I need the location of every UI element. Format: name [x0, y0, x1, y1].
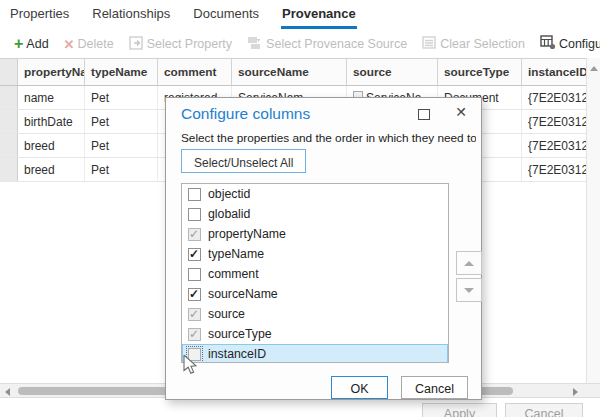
- add-button[interactable]: + Add: [14, 37, 49, 51]
- checkbox-icon[interactable]: [188, 188, 201, 201]
- cell-propertyName[interactable]: breed: [18, 134, 85, 157]
- cancel-button[interactable]: Cancel: [505, 403, 583, 417]
- list-item-objectid[interactable]: objectid: [182, 184, 448, 204]
- tab-relationships[interactable]: Relationships: [91, 0, 171, 29]
- column-header-propertyName[interactable]: propertyName: [18, 59, 85, 85]
- dialog-subtitle: Select the properties and the order in w…: [181, 131, 476, 145]
- checkbox-icon: [188, 328, 201, 341]
- select-provenance-source-button-label: Select Provenace Source: [266, 37, 407, 51]
- list-item-sourceType[interactable]: sourceType: [182, 324, 448, 344]
- vertical-scrollbar[interactable]: [586, 58, 600, 383]
- x-icon: ✕: [64, 37, 75, 52]
- row-selector-header: [0, 59, 18, 85]
- list-item-label: globalid: [208, 207, 250, 221]
- configure-button-label: Configure: [559, 37, 600, 51]
- mouse-cursor: [183, 355, 198, 379]
- row-selector-cell[interactable]: [0, 158, 18, 181]
- column-header-instanceID[interactable]: instanceID: [522, 59, 586, 85]
- plus-icon: +: [14, 38, 23, 50]
- checkbox-icon: [188, 308, 201, 321]
- row-selector-cell[interactable]: [0, 86, 18, 109]
- column-header-source[interactable]: source: [347, 59, 438, 85]
- row-selector-cell[interactable]: [0, 110, 18, 133]
- cell-propertyName[interactable]: breed: [18, 158, 85, 181]
- arrow-up-icon: [464, 261, 474, 266]
- tab-properties[interactable]: Properties: [9, 0, 70, 29]
- arrow-down-icon: [464, 288, 474, 293]
- apply-button[interactable]: Apply: [422, 403, 497, 417]
- cell-typeName[interactable]: Pet: [85, 86, 158, 109]
- tab-documents[interactable]: Documents: [192, 0, 260, 29]
- close-icon[interactable]: ✕: [455, 104, 467, 120]
- list-item-instanceID[interactable]: instanceID: [182, 344, 448, 363]
- cell-propertyName[interactable]: birthDate: [18, 110, 85, 133]
- bottom-button-bar: Apply Cancel: [0, 398, 600, 417]
- scroll-left-icon[interactable]: [5, 388, 10, 396]
- tab-bar: Properties Relationships Documents Prove…: [0, 0, 600, 29]
- list-item-source[interactable]: source: [182, 304, 448, 324]
- cell-typeName[interactable]: Pet: [85, 110, 158, 133]
- list-item-label: sourceName: [208, 287, 278, 301]
- select-property-icon: [129, 36, 144, 53]
- configure-columns-dialog: Configure columns ✕ Select the propertie…: [165, 97, 482, 400]
- delete-button[interactable]: ✕ Delete: [64, 37, 114, 52]
- select-provenance-source-icon: [247, 35, 263, 53]
- clear-selection-button-label: Clear Selection: [440, 37, 525, 51]
- cell-instanceID[interactable]: {7E2E0312-: [522, 110, 586, 133]
- list-item-label: instanceID: [208, 347, 266, 361]
- table-header-row: propertyName typeName comment sourceName…: [0, 59, 586, 86]
- checkbox-icon[interactable]: [188, 288, 201, 301]
- checkbox-icon[interactable]: [188, 248, 201, 261]
- select-provenance-source-button[interactable]: Select Provenace Source: [247, 35, 407, 53]
- ok-button[interactable]: OK: [331, 376, 388, 399]
- column-header-sourceType[interactable]: sourceType: [438, 59, 522, 85]
- dialog-title: Configure columns: [181, 105, 310, 123]
- list-item-sourceName[interactable]: sourceName: [182, 284, 448, 304]
- scroll-right-icon[interactable]: [573, 388, 578, 396]
- column-checkbox-list: objectid globalid propertyName typeName …: [181, 183, 449, 363]
- provenance-window: Properties Relationships Documents Prove…: [0, 0, 600, 417]
- cell-typeName[interactable]: Pet: [85, 134, 158, 157]
- list-item-propertyName[interactable]: propertyName: [182, 224, 448, 244]
- column-header-sourceName[interactable]: sourceName: [232, 59, 347, 85]
- configure-button[interactable]: Configure: [540, 35, 600, 53]
- checkbox-icon: [188, 228, 201, 241]
- move-down-button[interactable]: [456, 278, 482, 302]
- move-up-button[interactable]: [456, 251, 482, 275]
- list-item-label: comment: [208, 267, 259, 281]
- cell-instanceID[interactable]: {7E2E0312-: [522, 86, 586, 109]
- cell-instanceID[interactable]: {7E2E0312-: [522, 158, 586, 181]
- scroll-up-icon[interactable]: [590, 66, 598, 71]
- select-property-button[interactable]: Select Property: [129, 36, 232, 53]
- cell-instanceID[interactable]: {7E2E0312-: [522, 134, 586, 157]
- checkbox-icon[interactable]: [188, 268, 201, 281]
- clear-selection-button[interactable]: Clear Selection: [422, 36, 525, 52]
- maximize-icon[interactable]: [418, 109, 430, 120]
- list-item-typeName[interactable]: typeName: [182, 244, 448, 264]
- list-item-label: sourceType: [208, 327, 272, 341]
- add-button-label: Add: [26, 37, 48, 51]
- clear-selection-icon: [422, 36, 437, 52]
- cell-propertyName[interactable]: name: [18, 86, 85, 109]
- list-item-label: objectid: [208, 187, 250, 201]
- list-item-label: propertyName: [208, 227, 286, 241]
- column-header-comment[interactable]: comment: [158, 59, 232, 85]
- toolbar: + Add ✕ Delete Select Property Select Pr…: [0, 30, 600, 58]
- cell-typeName[interactable]: Pet: [85, 158, 158, 181]
- column-header-typeName[interactable]: typeName: [85, 59, 158, 85]
- list-item-label: source: [208, 307, 245, 321]
- list-item-comment[interactable]: comment: [182, 264, 448, 284]
- configure-icon: [540, 35, 556, 53]
- delete-button-label: Delete: [78, 37, 114, 51]
- select-unselect-all-button[interactable]: Select/Unselect All: [181, 149, 306, 173]
- row-selector-cell[interactable]: [0, 134, 18, 157]
- list-item-globalid[interactable]: globalid: [182, 204, 448, 224]
- list-item-label: typeName: [208, 247, 264, 261]
- select-property-button-label: Select Property: [147, 37, 232, 51]
- checkbox-icon[interactable]: [188, 208, 201, 221]
- dialog-cancel-button[interactable]: Cancel: [401, 376, 468, 399]
- tab-provenance[interactable]: Provenance: [281, 0, 357, 29]
